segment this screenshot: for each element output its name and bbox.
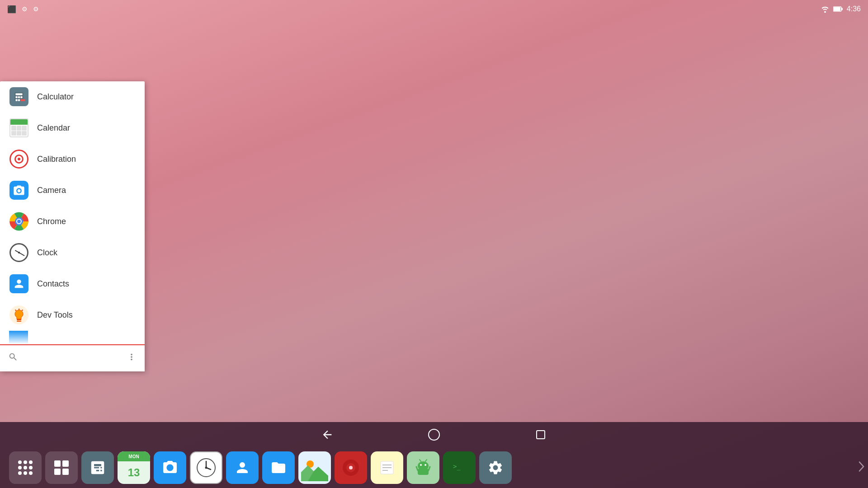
app-item-calculator[interactable]: Calculator: [0, 81, 145, 113]
drawer-search-bar: [0, 344, 145, 371]
chrome-label: Chrome: [37, 217, 66, 226]
taskbar-photos[interactable]: [298, 451, 331, 484]
svg-text:>_: >_: [453, 463, 461, 470]
status-bar-right: 4:36: [821, 5, 861, 13]
svg-rect-10: [20, 99, 25, 101]
svg-point-45: [420, 464, 422, 466]
nav-bar: [0, 422, 868, 447]
camera-icon: [9, 180, 29, 200]
taskbar-calendar[interactable]: MON 13: [118, 451, 150, 484]
taskbar-notes[interactable]: [371, 451, 403, 484]
app-item-dev-tools[interactable]: Dev Tools: [0, 300, 145, 331]
svg-rect-47: [418, 469, 429, 475]
svg-point-22: [429, 429, 439, 440]
calendar-icon: [9, 118, 29, 138]
recents-button[interactable]: [533, 427, 549, 443]
usb-icon-1: ⚙: [22, 5, 28, 13]
status-bar-left: ⬛ ⚙ ⚙: [7, 5, 39, 14]
svg-rect-9: [18, 99, 20, 101]
app-item-partial: [0, 331, 145, 344]
home-button[interactable]: [426, 427, 442, 443]
contacts-icon: [9, 274, 29, 294]
svg-rect-25: [62, 460, 69, 467]
taskbar-terminal[interactable]: >_: [443, 451, 476, 484]
taskbar-app-drawer[interactable]: [9, 451, 42, 484]
taskbar-scroll-arrow[interactable]: [857, 460, 865, 475]
app-item-calendar[interactable]: Calendar: [0, 113, 145, 144]
dots-grid-icon: [18, 460, 33, 475]
drawer-search-input[interactable]: [25, 350, 119, 366]
taskbar-files[interactable]: [262, 451, 295, 484]
taskbar-screenshot[interactable]: [154, 451, 186, 484]
svg-rect-2: [841, 8, 843, 10]
camera-label: Camera: [37, 186, 66, 195]
screen-icon: ⬛: [7, 5, 16, 14]
taskbar-calculator[interactable]: [81, 451, 114, 484]
svg-rect-1: [834, 7, 840, 11]
taskbar-android[interactable]: [407, 451, 439, 484]
svg-rect-5: [15, 96, 17, 98]
svg-point-37: [349, 466, 353, 469]
clock-icon: [9, 243, 29, 263]
taskbar-dashboard[interactable]: [45, 451, 78, 484]
clock-label: Clock: [37, 248, 57, 258]
battery-icon: [833, 6, 843, 12]
app-item-calibration[interactable]: Calibration: [0, 144, 145, 175]
app-item-contacts[interactable]: Contacts: [0, 268, 145, 300]
svg-rect-23: [537, 431, 545, 439]
svg-rect-26: [54, 469, 61, 475]
app-list: Calculator Calendar: [0, 81, 145, 344]
svg-rect-24: [54, 460, 61, 467]
svg-rect-27: [62, 469, 69, 475]
svg-point-31: [205, 467, 208, 469]
app-item-clock[interactable]: Clock: [0, 237, 145, 268]
wifi-icon: [821, 5, 830, 13]
clock-time: 4:36: [847, 5, 861, 13]
app-item-camera[interactable]: Camera: [0, 175, 145, 206]
svg-rect-17: [17, 319, 21, 320]
drawer-more-icon[interactable]: [127, 352, 137, 365]
calculator-icon: [9, 87, 29, 107]
dev-tools-label: Dev Tools: [37, 310, 73, 320]
svg-point-46: [425, 464, 426, 466]
svg-rect-8: [15, 99, 17, 101]
devtools-icon: [9, 305, 29, 325]
drawer-search-icon[interactable]: [8, 352, 18, 365]
svg-rect-4: [15, 93, 22, 95]
taskbar: MON 13: [0, 447, 868, 488]
svg-point-15: [17, 220, 21, 223]
calibration-label: Calibration: [37, 155, 76, 164]
svg-rect-6: [18, 96, 20, 98]
app-drawer: Calculator Calendar: [0, 81, 145, 371]
calendar-label: Calendar: [37, 123, 70, 133]
calculator-label: Calculator: [37, 92, 74, 102]
taskbar-settings[interactable]: [479, 451, 512, 484]
calibration-icon: [9, 149, 29, 169]
contacts-label: Contacts: [37, 279, 69, 289]
chrome-icon: [9, 211, 29, 231]
svg-rect-7: [20, 96, 22, 98]
taskbar-contacts[interactable]: [226, 451, 259, 484]
taskbar-clock[interactable]: [190, 451, 222, 484]
app-item-chrome[interactable]: Chrome: [0, 206, 145, 237]
status-bar: ⬛ ⚙ ⚙ 4:36: [0, 0, 868, 18]
svg-rect-18: [17, 321, 21, 322]
usb-icon-2: ⚙: [33, 5, 39, 13]
back-button[interactable]: [319, 427, 335, 443]
taskbar-music[interactable]: [335, 451, 367, 484]
